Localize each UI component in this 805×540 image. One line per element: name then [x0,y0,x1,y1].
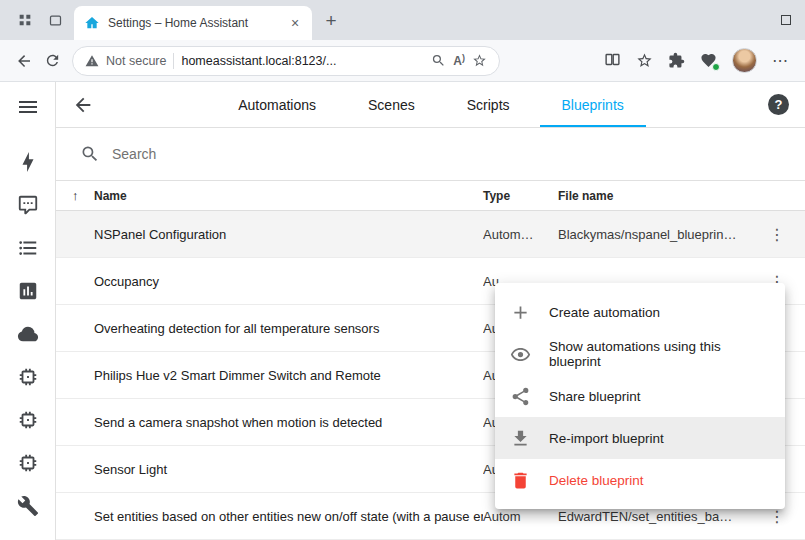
browser-menu-icon[interactable]: ⋯ [772,51,789,70]
server-icon-1[interactable] [17,366,39,388]
back-arrow-icon[interactable] [72,94,94,116]
context-menu-item[interactable]: Show automations using this blueprint [495,333,785,375]
blueprint-type: Autom… [483,227,558,242]
search-row [56,128,805,181]
address-bar[interactable]: Not secure homeassistant.local:8123/... … [72,46,500,76]
server-icon-2[interactable] [17,409,39,431]
blueprint-name: Sensor Light [94,462,483,477]
column-header-name[interactable]: Name [94,189,483,203]
restore-window-icon[interactable] [781,15,791,25]
blueprint-name: Occupancy [94,274,483,289]
download-icon [510,428,531,449]
blueprint-name: Send a camera snapshot when motion is de… [94,415,483,430]
blueprint-name: Overheating detection for all temperatur… [94,321,483,336]
back-icon[interactable] [10,47,38,75]
context-menu-item[interactable]: Delete blueprint [495,459,785,501]
assist-chat-icon[interactable] [17,194,39,216]
extensions-icon[interactable] [668,52,685,69]
blueprint-context-menu: Create automation Show automations using… [495,283,785,509]
browser-tab[interactable]: Settings – Home Assistant × [74,6,312,40]
favorites-icon[interactable] [636,52,653,69]
context-menu-item[interactable]: Re-import blueprint [495,417,785,459]
security-label: Not secure [106,54,166,68]
chart-icon[interactable] [17,280,39,302]
browser-essentials-icon[interactable] [700,52,717,69]
table-row[interactable]: NSPanel Configuration Autom… Blackymas/n… [56,211,805,258]
menu-item-label: Show automations using this blueprint [549,339,770,369]
plus-icon [510,302,531,323]
page-tabs: Automations Scenes Scripts Blueprints [94,82,768,127]
browser-titlebar: Settings – Home Assistant × + [0,0,805,40]
eye-icon [510,344,531,365]
menu-item-label: Create automation [549,305,660,320]
ha-sidebar [0,82,56,540]
sidebar-menu-icon[interactable] [16,95,40,119]
tab-close-icon[interactable]: × [286,15,304,31]
read-aloud-icon[interactable]: A) [453,54,465,68]
tab-title: Settings – Home Assistant [108,16,278,30]
blueprint-file: Blackymas/nspanel_blueprin… [558,227,749,242]
search-input[interactable] [112,146,781,162]
split-screen-icon[interactable] [604,51,621,71]
blueprint-name: Set entities based on other entities new… [94,509,483,524]
cloud-icon[interactable] [17,323,39,345]
menu-item-label: Re-import blueprint [549,431,664,446]
row-overflow-menu-icon[interactable]: ⋮ [769,507,785,526]
page-tab[interactable]: Blueprints [540,82,646,127]
app-header: Automations Scenes Scripts Blueprints ? [56,82,805,128]
context-menu-item[interactable]: Create automation [495,291,785,333]
zoom-icon[interactable] [431,53,446,68]
trash-icon [510,470,531,491]
url-text[interactable]: homeassistant.local:8123/... [181,54,424,68]
row-overflow-menu-icon[interactable]: ⋮ [769,225,785,244]
workspaces-icon[interactable] [10,5,40,35]
divider [173,53,174,69]
blueprint-file: EdwardTEN/set_entities_ba… [558,509,749,524]
server-icon-3[interactable] [17,452,39,474]
lightning-icon[interactable] [17,151,39,173]
status-dot [712,63,720,71]
new-tab-icon[interactable]: + [318,10,344,32]
column-header-file[interactable]: File name [558,189,749,203]
reload-icon[interactable] [38,47,66,75]
page-tab[interactable]: Scenes [346,82,437,127]
favorite-star-icon[interactable] [472,53,487,68]
blueprint-name: Philips Hue v2 Smart Dimmer Switch and R… [94,368,483,383]
blueprint-name: NSPanel Configuration [94,227,483,242]
browser-toolbar: Not secure homeassistant.local:8123/... … [0,40,805,82]
wrench-icon[interactable] [17,495,39,517]
tab-actions-icon[interactable] [40,5,70,35]
blueprint-type: Autom [483,509,558,524]
menu-item-label: Delete blueprint [549,473,644,488]
page-tab[interactable]: Automations [216,82,338,127]
page-tab[interactable]: Scripts [445,82,532,127]
search-icon [80,144,100,164]
menu-item-label: Share blueprint [549,389,641,404]
context-menu-item[interactable]: Share blueprint [495,375,785,417]
not-secure-warning-icon[interactable] [85,54,99,68]
home-assistant-favicon [84,15,100,31]
help-icon[interactable]: ? [768,94,789,115]
table-header: ↑ Name Type File name [56,181,805,211]
sort-ascending-icon[interactable]: ↑ [72,188,94,203]
profile-avatar[interactable] [732,48,757,73]
share-icon [510,386,531,407]
column-header-type[interactable]: Type [483,189,558,203]
list-icon[interactable] [17,237,39,259]
